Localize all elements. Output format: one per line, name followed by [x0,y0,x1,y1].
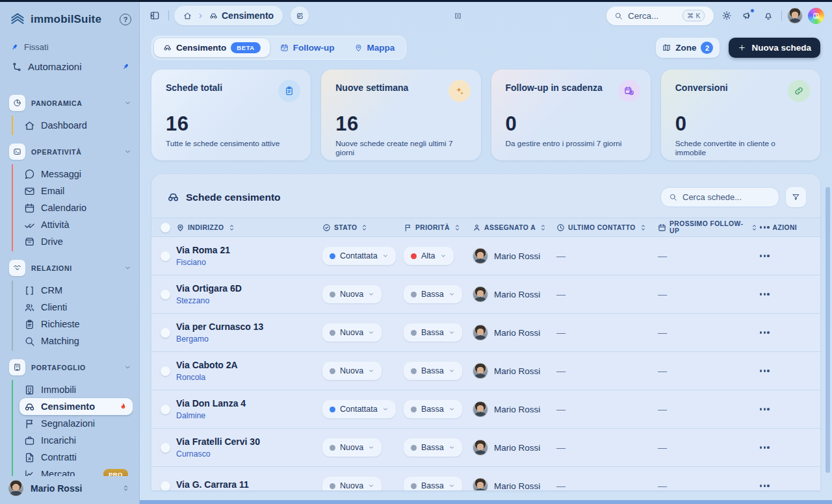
filter-button[interactable] [786,187,806,207]
row-checkbox[interactable] [161,481,170,491]
horizontal-scrollbar[interactable] [140,500,832,504]
select-all-checkbox[interactable] [161,223,170,233]
compose-button[interactable] [291,6,309,25]
new-card-button[interactable]: Nuova scheda [729,38,820,58]
table-row[interactable]: Via G. Carrara 11 Nuova Bassa Mario Ross… [151,467,820,490]
sidebar-item-calendario[interactable]: Calendario [20,199,133,216]
home-icon[interactable] [183,12,192,20]
section-operativita[interactable]: OPERATIVITÀ [8,142,133,162]
row-city[interactable]: Stezzano [176,296,322,305]
announcements-button[interactable] [740,8,755,23]
row-checkbox[interactable] [161,328,170,338]
priority-select[interactable]: Bassa [404,323,462,342]
column-header-indirizzo[interactable]: INDIRIZZO [176,223,322,232]
table-title: Schede censimento [186,192,281,203]
sidebar-item-clienti[interactable]: Clienti [20,299,133,316]
row-city[interactable]: Bergamo [176,334,322,344]
priority-select[interactable]: Bassa [404,400,462,418]
sidebar-item-dashboard[interactable]: Dashboard [20,117,133,134]
sidebar-item-immobili[interactable]: Immobili [20,381,133,398]
zone-button[interactable]: Zone 2 [656,38,720,58]
priority-select[interactable]: Bassa [404,438,462,457]
section-panoramica[interactable]: PANORAMICA [8,93,133,113]
columns-toggle-icon[interactable] [454,12,462,20]
pie-chart-icon [9,95,25,111]
sidebar-item-crm[interactable]: CRM [20,282,133,299]
column-header-assegnato[interactable]: ASSEGNATO A [473,223,556,232]
tab-followup[interactable]: Follow-up [271,39,344,57]
row-city[interactable]: Dalmine [176,411,322,420]
user-menu[interactable]: Mario Rossi [8,476,133,498]
table-row[interactable]: Via per Curnasco 13Bergamo Nuova Bassa M… [151,314,820,352]
user-avatar[interactable] [787,8,803,23]
keyboard-shortcut-badge: ⌘ K [682,10,705,21]
breadcrumb[interactable]: Censimento [174,6,283,25]
status-label: Nuova [340,481,363,490]
priority-select[interactable]: Bassa [404,477,462,490]
pin-icon[interactable] [122,62,130,71]
tab-censimento[interactable]: Censimento BETA [154,38,270,57]
sidebar-item-censimento[interactable]: Censimento [20,398,133,415]
status-select[interactable]: Contattata [322,247,396,265]
global-search-input[interactable] [628,11,677,21]
row-checkbox[interactable] [161,405,170,414]
status-select[interactable]: Nuova [322,323,382,342]
sidebar-item-matching[interactable]: Matching [20,333,133,349]
table-row[interactable]: Via Caboto 2ARoncola Nuova Bassa Mario R… [151,352,820,390]
status-select[interactable]: Nuova [322,477,382,490]
row-actions-button[interactable] [759,485,811,486]
assistant-button[interactable] [808,8,824,24]
sidebar-item-drive[interactable]: Drive [20,233,133,250]
sidebar-item-richieste[interactable]: Richieste [20,316,133,333]
status-select[interactable]: Nuova [322,285,382,303]
row-actions-button[interactable] [759,255,811,257]
section-portafoglio[interactable]: PORTAFOGLIO [8,357,133,377]
row-checkbox[interactable] [161,443,170,453]
table-row[interactable]: Via Don Lanza 4Dalmine Contattata Bassa … [151,390,820,429]
status-select[interactable]: Nuova [322,438,382,457]
status-select[interactable]: Nuova [322,362,382,380]
row-actions-button[interactable] [759,370,811,372]
status-select[interactable]: Contattata [322,400,396,418]
row-actions-button[interactable] [759,446,811,448]
row-city[interactable]: Fisciano [176,258,322,267]
table-row[interactable]: Via Roma 21Fisciano Contattata Alta Mari… [151,237,820,275]
sidebar-item-segnalazioni[interactable]: Segnalazioni [20,415,133,432]
sidebar-item-incarichi[interactable]: Incarichi [20,432,133,449]
global-search[interactable]: ⌘ K [606,6,714,25]
row-city[interactable]: Curnasco [176,449,322,459]
sidebar-item-attivita[interactable]: Attività [20,216,133,233]
table-row[interactable]: Via Ortigara 6DStezzano Nuova Bassa Mari… [151,275,820,314]
row-checkbox[interactable] [161,290,170,299]
vertical-scrollbar[interactable] [826,187,830,473]
table-search-input[interactable] [682,192,767,202]
notifications-button[interactable] [760,8,776,23]
row-actions-button[interactable] [759,331,811,333]
sidebar-item-mercato[interactable]: Mercato PRO [20,466,133,476]
sidebar-item-contratti[interactable]: Contratti [20,449,133,466]
column-header-prossimo-followup[interactable]: PROSSIMO FOLLOW-UP [658,220,759,234]
priority-select[interactable]: Bassa [404,362,462,380]
item-label: Richieste [41,319,80,329]
row-actions-button[interactable] [759,293,811,295]
column-header-ultimo-contatto[interactable]: ULTIMO CONTATTO [556,223,658,232]
theme-toggle-button[interactable] [719,8,734,23]
row-city[interactable]: Roncola [176,373,322,382]
sidebar-item-automazioni[interactable]: Automazioni [10,58,131,75]
help-icon[interactable]: ? [120,14,131,25]
column-header-stato[interactable]: STATO [322,223,404,232]
section-relazioni[interactable]: RELAZIONI [8,258,133,278]
tab-mappa[interactable]: Mappa [345,39,404,57]
sidebar-toggle-button[interactable] [146,7,163,24]
sidebar-item-messaggi[interactable]: Messaggi [20,166,133,183]
priority-label: Alta [421,251,436,260]
column-header-priorita[interactable]: PRIORITÀ [404,223,473,232]
sidebar-item-email[interactable]: Email [20,183,133,199]
table-row[interactable]: Via Fratelli Cervi 30Curnasco Nuova Bass… [151,429,820,467]
row-actions-button[interactable] [759,408,811,410]
row-checkbox[interactable] [161,251,170,261]
priority-select[interactable]: Bassa [404,285,462,303]
table-search[interactable] [660,187,779,207]
row-checkbox[interactable] [161,366,170,376]
priority-select[interactable]: Alta [404,247,454,265]
